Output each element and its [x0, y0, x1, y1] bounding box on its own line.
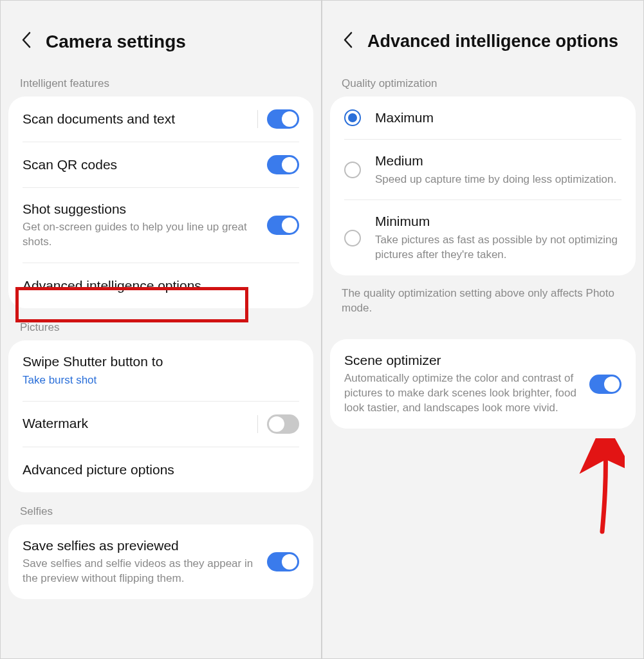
toggle-scan-qr[interactable]: [267, 155, 299, 174]
label: Scan QR codes: [23, 156, 267, 173]
quality-note: The quality optimization setting above o…: [322, 275, 643, 317]
label: Scan documents and text: [23, 111, 257, 127]
card-scene-optimizer: Scene optimizer Automatically optimize t…: [330, 339, 636, 429]
toggle-save-selfies[interactable]: [267, 552, 299, 571]
separator: [257, 110, 258, 128]
row-shot-suggestions[interactable]: Shot suggestions Get on-screen guides to…: [8, 188, 313, 263]
toggle-scene-optimizer[interactable]: [589, 375, 621, 394]
separator: [257, 415, 258, 433]
row-advanced-picture-options[interactable]: Advanced picture options: [8, 447, 313, 492]
annotation-arrow-icon: [567, 438, 625, 535]
label: Maximum: [375, 109, 621, 126]
row-advanced-intelligence-options[interactable]: Advanced intelligence options: [8, 263, 313, 308]
pane-camera-settings: Camera settings Intelligent features Sca…: [0, 0, 322, 659]
page-title: Advanced intelligence options: [367, 32, 618, 51]
header: Camera settings: [1, 1, 321, 72]
pane-advanced-intelligence: Advanced intelligence options Quality op…: [322, 0, 644, 659]
sublabel: Get on-screen guides to help you line up…: [23, 220, 267, 250]
row-scene-optimizer[interactable]: Scene optimizer Automatically optimize t…: [330, 339, 636, 429]
section-label-selfies: Selfies: [1, 504, 321, 524]
header: Advanced intelligence options: [322, 1, 643, 72]
back-button[interactable]: [340, 29, 356, 54]
row-scan-qr[interactable]: Scan QR codes: [8, 142, 313, 187]
radio-maximum[interactable]: [344, 109, 361, 126]
section-label-pictures: Pictures: [1, 320, 321, 340]
label: Save selfies as previewed: [23, 537, 267, 554]
toggle-watermark[interactable]: [267, 414, 299, 434]
label: Watermark: [23, 415, 257, 432]
chevron-left-icon: [21, 32, 32, 48]
radio-row-maximum[interactable]: Maximum: [330, 97, 636, 139]
section-label-quality: Quality optimization: [322, 72, 643, 97]
card-pictures: Swipe Shutter button to Take burst shot …: [8, 340, 313, 492]
label: Swipe Shutter button to: [23, 353, 299, 370]
label: Scene optimizer: [344, 352, 580, 369]
chevron-left-icon: [343, 32, 353, 48]
row-watermark[interactable]: Watermark: [8, 402, 313, 447]
label: Shot suggestions: [23, 201, 267, 218]
radio-minimum[interactable]: [344, 230, 361, 246]
row-swipe-shutter[interactable]: Swipe Shutter button to Take burst shot: [8, 340, 313, 400]
row-save-selfies[interactable]: Save selfies as previewed Save selfies a…: [8, 524, 313, 599]
sublabel: Speed up capture time by doing less opti…: [375, 172, 621, 187]
label: Minimum: [375, 213, 621, 230]
sublabel: Automatically optimize the color and con…: [344, 371, 580, 416]
current-value: Take burst shot: [23, 373, 299, 388]
radio-row-medium[interactable]: Medium Speed up capture time by doing le…: [330, 140, 636, 200]
sublabel: Save selfies and selfie videos as they a…: [23, 557, 267, 586]
card-intelligent-features: Scan documents and text Scan QR codes Sh…: [8, 97, 313, 308]
section-label-intelligent: Intelligent features: [1, 72, 321, 97]
label: Advanced intelligence options: [23, 277, 299, 294]
row-scan-documents[interactable]: Scan documents and text: [8, 97, 313, 142]
label: Advanced picture options: [23, 461, 299, 478]
radio-row-minimum[interactable]: Minimum Take pictures as fast as possibl…: [330, 200, 636, 275]
card-selfies: Save selfies as previewed Save selfies a…: [8, 524, 313, 599]
back-button[interactable]: [19, 29, 34, 54]
card-quality-optimization: Maximum Medium Speed up capture time by …: [330, 97, 636, 275]
toggle-shot-suggestions[interactable]: [267, 216, 299, 235]
toggle-scan-documents[interactable]: [267, 109, 299, 129]
sublabel: Take pictures as fast as possible by not…: [375, 233, 621, 263]
label: Medium: [375, 153, 621, 169]
page-title: Camera settings: [46, 32, 186, 52]
radio-medium[interactable]: [344, 162, 361, 178]
